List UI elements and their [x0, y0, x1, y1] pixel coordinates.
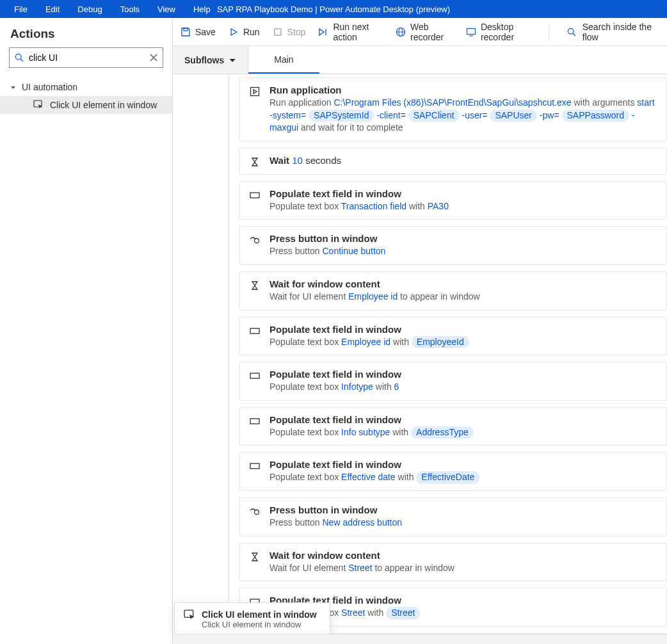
search-icon	[567, 27, 576, 37]
step-card[interactable]: Wait for window contentWait for UI eleme…	[239, 271, 667, 310]
step-title: Populate text field in window	[269, 369, 657, 380]
step-title: Wait for window content	[269, 278, 657, 289]
desktop-recorder-button[interactable]: Desktop recorder	[466, 22, 536, 42]
flow-step[interactable]: 9Populate text field in windowPopulate t…	[229, 449, 667, 494]
menu-view[interactable]: View	[149, 2, 184, 17]
wait-icon	[249, 551, 261, 563]
step-title: Press button in window	[269, 233, 657, 244]
tree-group-ui-automation[interactable]: ⏷ UI automation	[0, 78, 172, 96]
flow-step[interactable]: 11Wait for window contentWait for UI ele…	[229, 540, 667, 585]
flow-step[interactable]: 3Populate text field in windowPopulate t…	[229, 178, 667, 223]
svg-point-17	[255, 239, 259, 243]
clear-icon[interactable]	[150, 54, 157, 61]
step-title: Wait for window content	[269, 550, 657, 561]
run-next-button[interactable]: Run next action	[318, 22, 383, 42]
flow-step[interactable]: 7Populate text field in windowPopulate t…	[229, 358, 667, 404]
svg-rect-18	[250, 328, 259, 334]
window-title: SAP RPA Playbook Demo | Power Automate D…	[217, 4, 450, 14]
step-card[interactable]: Populate text field in windowPopulate te…	[239, 362, 667, 401]
tooltip-subtitle: Click UI element in window	[202, 620, 317, 629]
svg-rect-21	[250, 463, 259, 469]
menu-debug[interactable]: Debug	[68, 2, 111, 17]
step-description: Populate text box Transaction field with…	[269, 200, 657, 213]
step-card[interactable]: Populate text field in windowPopulate te…	[239, 407, 667, 446]
desktop-icon	[466, 27, 476, 37]
tab-bar: Subflows ⏷ Main	[173, 46, 667, 74]
play-step-icon	[318, 27, 328, 37]
chevron-down-icon: ⏷	[229, 56, 236, 64]
step-description: Populate text box Infotype with 6	[269, 381, 657, 394]
svg-point-22	[255, 510, 259, 514]
step-description: Run application C:\Program Files (x86)\S…	[269, 97, 657, 134]
step-title: Run application	[269, 85, 657, 95]
save-button[interactable]: Save	[181, 27, 216, 37]
step-title: Press button in window	[269, 504, 657, 515]
actions-search[interactable]	[9, 47, 163, 68]
step-card[interactable]: Populate text field in windowPopulate te…	[239, 317, 667, 356]
svg-rect-11	[467, 28, 475, 34]
step-title: Populate text field in window	[269, 414, 657, 425]
step-description: Press button New address button	[269, 517, 657, 529]
step-card[interactable]: Press button in windowPress button Conti…	[239, 226, 667, 265]
menu-file[interactable]: File	[5, 2, 36, 17]
press-icon	[249, 234, 261, 246]
flow-step[interactable]: 4Press button in windowPress button Cont…	[229, 223, 667, 268]
wait-icon	[249, 156, 261, 168]
menu-help[interactable]: Help	[184, 2, 220, 17]
step-description: Populate text box Effective date with Ef…	[269, 471, 657, 484]
svg-rect-19	[250, 373, 259, 378]
save-icon	[181, 27, 191, 37]
tree-leaf-click-ui-element[interactable]: Click UI element in window	[0, 96, 172, 114]
step-card[interactable]: Press button in windowPress button New a…	[239, 497, 667, 536]
menu-edit[interactable]: Edit	[36, 2, 68, 17]
search-icon	[15, 53, 24, 62]
tab-main[interactable]: Main	[248, 46, 319, 74]
menu-tools[interactable]: Tools	[111, 2, 149, 17]
step-card[interactable]: Populate text field in windowPopulate te…	[239, 181, 667, 220]
flow-list[interactable]: 1Run applicationRun application C:\Progr…	[229, 74, 667, 644]
actions-tree: ⏷ UI automation Click UI element in wind…	[0, 76, 172, 117]
stop-button[interactable]: Stop	[273, 27, 306, 37]
flow-step[interactable]: 2Wait 10 seconds	[229, 145, 667, 178]
step-description: Populate text box Employee id with Emplo…	[269, 336, 657, 349]
actions-search-input[interactable]	[29, 52, 145, 63]
actions-sidebar: Actions ⏷ UI automation Click	[0, 18, 173, 644]
step-title: Wait	[269, 155, 292, 166]
toolbar: Save Run Stop Run next action Web record…	[173, 18, 667, 46]
flow-step[interactable]: 10Press button in windowPress button New…	[229, 494, 667, 540]
step-card[interactable]: Wait for window contentWait for UI eleme…	[239, 543, 667, 582]
stop-icon	[273, 27, 283, 37]
step-card[interactable]: Run applicationRun application C:\Progra…	[239, 77, 667, 141]
flow-step[interactable]: 6Populate text field in windowPopulate t…	[229, 314, 667, 359]
svg-rect-16	[250, 193, 259, 198]
chevron-down-icon: ⏷	[10, 84, 17, 91]
step-card[interactable]: Populate text field in windowPopulate te…	[239, 452, 667, 491]
step-description: Wait for UI element Street to appear in …	[269, 562, 657, 575]
main-menu: File Edit Debug Tools View Help	[5, 2, 220, 17]
svg-rect-5	[184, 28, 188, 31]
tree-leaf-label: Click UI element in window	[50, 100, 157, 110]
toolbar-separator	[549, 24, 549, 40]
tree-group-label: UI automation	[22, 82, 77, 92]
run-icon	[249, 86, 261, 97]
step-card[interactable]: Wait 10 seconds	[239, 148, 667, 175]
step-description: Wait for UI element Employee id to appea…	[269, 291, 657, 303]
flow-search[interactable]: Search inside the flow	[562, 22, 659, 42]
actions-header: Actions	[0, 18, 172, 47]
horizontal-scrollbar[interactable]	[173, 634, 667, 644]
flow-step[interactable]: 5Wait for window contentWait for UI elem…	[229, 268, 667, 314]
subflows-dropdown[interactable]: Subflows ⏷	[173, 46, 248, 74]
globe-icon	[396, 27, 406, 37]
flow-step[interactable]: 8Populate text field in windowPopulate t…	[229, 404, 667, 449]
field-icon	[249, 370, 261, 382]
flow-step[interactable]: 1Run applicationRun application C:\Progr…	[229, 74, 667, 145]
press-icon	[249, 506, 261, 517]
field-icon	[249, 460, 261, 472]
step-title: Populate text field in window	[269, 188, 657, 199]
drag-tooltip: Click UI element in window Click UI elem…	[174, 602, 330, 636]
web-recorder-button[interactable]: Web recorder	[396, 22, 453, 42]
title-bar: File Edit Debug Tools View Help SAP RPA …	[0, 0, 667, 18]
step-description: Populate text box Info subtype with Addr…	[269, 426, 657, 439]
field-icon	[249, 415, 261, 427]
run-button[interactable]: Run	[229, 27, 260, 37]
